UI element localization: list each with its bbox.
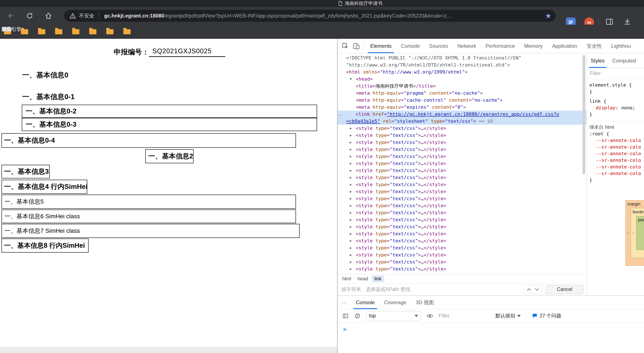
dom-node[interactable]: <meta http-equiv="expires" content="0"> — [338, 104, 586, 111]
dom-node[interactable]: ▶<style type="text/css">…</style> — [338, 146, 586, 153]
tab-elements[interactable]: Elements — [366, 39, 396, 53]
chevron-up-icon[interactable] — [527, 288, 531, 291]
dom-node[interactable]: <html xmlns="http://www.w3.org/1999/xhtm… — [338, 68, 586, 75]
drawer-tabbar: … ConsoleCoverage3D 视图 — [338, 296, 644, 309]
dom-node[interactable]: <meta http-equiv="pragma" content="no-ca… — [338, 89, 586, 97]
drawer-tab-coverage[interactable]: Coverage — [380, 296, 411, 309]
expand-arrow-icon: ▶ — [350, 223, 356, 230]
dom-node[interactable]: ▶<style type="text/css">…</style> — [338, 202, 586, 209]
dom-node[interactable]: ▶<style type="text/css">…</style> — [338, 125, 586, 132]
dom-node[interactable]: ▶<style type="text/css">…</style> — [338, 139, 586, 146]
bookmark-item[interactable]: 手册 — [38, 29, 45, 34]
device-toolbar-icon[interactable] — [351, 40, 362, 51]
bookmarks-bar: 学习iris项目手册工具otherself表单引擎资源 — [0, 25, 644, 39]
css-declaration[interactable]: display: none; — [589, 104, 644, 111]
sidebar-tab-styles[interactable]: Styles — [587, 53, 608, 68]
dom-node[interactable]: "http://www.w3.org/TR/xhtml1/DTD/xhtml1-… — [338, 61, 586, 68]
browser-tab[interactable]: 海南科技厅申请书 — [338, 0, 382, 6]
breadcrumb-item[interactable]: link — [372, 275, 384, 282]
scrollbar-thumb[interactable] — [582, 55, 585, 174]
dom-node[interactable]: ▶<style type="text/css">…</style> — [338, 258, 586, 265]
dom-node[interactable]: ▶<style type="text/css">…</style> — [338, 237, 586, 244]
tab-sources[interactable]: Sources — [424, 39, 452, 53]
tab-memory[interactable]: Memory — [520, 39, 548, 53]
dom-node[interactable]: ▶<style type="text/css">…</style> — [338, 181, 586, 188]
dom-node[interactable]: ▶<style type="text/css">…</style> — [338, 174, 586, 181]
declare-label: 申报编号： — [114, 47, 149, 57]
devtools-panel: ElementsConsoleSourcesNetworkPerformance… — [337, 39, 644, 353]
page-content: 申报编号： SQ2021GXJS0025 一、基本信息0 一、基本信息0-1 一… — [0, 39, 337, 347]
dom-node[interactable]: ▶<style type="text/css">…</style> — [338, 132, 586, 139]
console-filter-input[interactable] — [439, 313, 490, 319]
tab-performance[interactable]: Performance — [481, 39, 520, 53]
browser-toolbar: 不安全 gc.hnkjt.egrant.cn:18080/egrantpdf/p… — [0, 7, 644, 25]
tab-network[interactable]: Network — [452, 39, 481, 53]
dom-node[interactable]: ▶<style type="text/css">…</style> — [338, 167, 586, 174]
home-button[interactable] — [42, 9, 56, 23]
execution-context-selector[interactable]: top — [366, 311, 421, 321]
bookmark-item[interactable]: self — [89, 29, 96, 34]
expand-arrow-icon: ▶ — [350, 181, 356, 188]
clear-console-icon[interactable] — [354, 313, 360, 319]
tab-console[interactable]: Console — [396, 39, 424, 53]
bookmark-item[interactable]: other — [72, 29, 80, 34]
breadcrumb-item[interactable]: head — [355, 275, 371, 282]
console-prompt[interactable]: > — [338, 323, 644, 333]
dom-node[interactable]: ▶<style type="text/css">…</style> — [338, 223, 586, 230]
css-rule-link[interactable]: link { — [589, 98, 644, 104]
log-levels-dropdown[interactable]: 默认级别 — [496, 313, 521, 319]
search-input[interactable] — [338, 287, 524, 292]
dom-node[interactable]: <!DOCTYPE html PUBLIC "-//W3C//DTD XHTML… — [338, 54, 586, 61]
expand-arrow-icon: ▶ — [350, 230, 356, 237]
inherited-node-link[interactable]: html — [605, 124, 614, 130]
back-button[interactable] — [4, 9, 18, 23]
dom-node[interactable]: ▶<style type="text/css">…</style> — [338, 216, 586, 223]
console-sidebar-icon[interactable] — [342, 313, 349, 319]
breadcrumb-item[interactable]: html — [340, 275, 354, 282]
dom-node[interactable]: ▼<head> — [338, 75, 586, 82]
dom-node[interactable]: …<link href="http://gc.hnkjt.egrant.cn:1… — [338, 111, 586, 118]
box-model-diagram[interactable]: margin - border - padding — [626, 200, 644, 266]
section-heading: 一、基本信息0 — [22, 70, 68, 80]
dom-node[interactable]: ▶<style type="text/css">…</style> — [338, 160, 586, 167]
elements-scrollbar[interactable] — [582, 54, 585, 273]
section-box: 一、基本信息4 行内SimHei — [2, 180, 87, 194]
drawer-tab-console[interactable]: Console — [351, 296, 380, 309]
not-secure-warning-icon — [70, 13, 76, 19]
live-expression-eye-icon[interactable] — [426, 313, 433, 319]
bookmark-item[interactable]: 资源 — [123, 29, 130, 34]
chevron-down-icon[interactable] — [534, 288, 539, 291]
dom-node[interactable]: ▶<style type="text/css">…</style> — [338, 209, 586, 216]
issues-counter[interactable]: 27 个问题 — [532, 313, 561, 319]
folder-icon — [38, 29, 45, 34]
css-rule-root[interactable]: :root { — [589, 130, 644, 137]
console-toolbar: top 默认级别 27 个问题 — [338, 309, 644, 323]
dom-node[interactable]: =cb9a43a1e5" rel="stylesheet" type="text… — [338, 118, 586, 125]
styles-filter-input[interactable] — [587, 68, 644, 79]
dom-node[interactable]: ▶<style type="text/css">…</style> — [338, 244, 586, 251]
expand-arrow-icon: ▶ — [350, 174, 356, 181]
bookmark-item[interactable]: 表单引擎 — [106, 29, 114, 34]
dom-node[interactable]: ▶<style type="text/css">…</style> — [338, 188, 586, 195]
dom-node[interactable]: ▶<style type="text/css">…</style> — [338, 230, 586, 237]
reload-button[interactable] — [22, 9, 37, 23]
bookmark-item[interactable]: 项目 — [21, 29, 28, 34]
dom-node[interactable]: ▶<style type="text/css">…</style> — [338, 251, 586, 258]
dom-node[interactable]: ▶<style type="text/css">…</style> — [338, 153, 586, 160]
drawer-tab-3d-视图[interactable]: 3D 视图 — [411, 296, 438, 309]
sidebar-tab-computed[interactable]: Computed — [608, 53, 640, 68]
dom-node[interactable]: ▶<style type="text/css">…</style> — [338, 195, 586, 202]
address-bar[interactable]: 不安全 gc.hnkjt.egrant.cn:18080/egrantpdf/p… — [64, 10, 556, 22]
inspect-element-icon[interactable] — [340, 40, 351, 51]
tab-lighthou[interactable]: Lighthou — [607, 39, 636, 53]
tab-application[interactable]: Application — [547, 39, 582, 53]
bookmark-item[interactable]: 工具 — [55, 29, 62, 34]
tab-安全性[interactable]: 安全性 — [582, 39, 607, 53]
dom-node[interactable]: <title>海南科技厅申请书</title> — [338, 82, 586, 89]
bookmark-star-icon[interactable]: ★ — [545, 12, 552, 20]
more-tabs-icon[interactable]: … — [338, 298, 351, 307]
dom-node[interactable]: <meta http-equiv="cache-control" content… — [338, 97, 586, 104]
css-rule-element-style[interactable]: element.style { — [589, 82, 644, 88]
dom-node[interactable]: ▶<style type="text/css">…</style> — [338, 265, 586, 272]
cancel-button[interactable]: Cancel — [546, 285, 584, 294]
